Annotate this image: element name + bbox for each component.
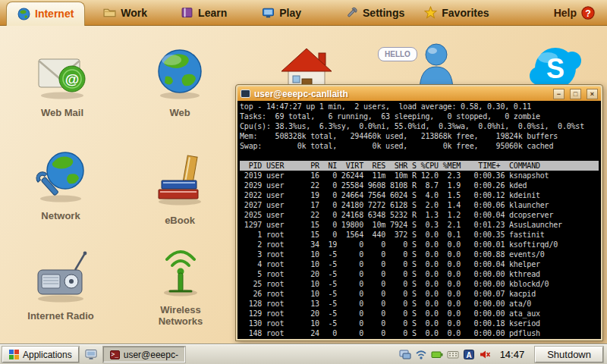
desktop-icon-network[interactable]: Network <box>9 147 112 221</box>
process-row: 2027 user 17 0 24180 7272 6128 S 2.0 1.4… <box>240 200 599 210</box>
applications-button[interactable]: Applications <box>2 347 79 362</box>
tab-label: Learn <box>198 7 227 19</box>
close-button[interactable]: × <box>587 89 598 99</box>
help-label: Help <box>554 7 577 19</box>
desktop: @ Web Mail Web <box>0 26 607 344</box>
task-label: user@eeepc- <box>124 350 178 360</box>
icon-label: Web Mail <box>41 107 83 118</box>
webmail-icon: @ <box>33 44 91 102</box>
process-row: 1 root 15 0 1564 440 372 S 0.0 0.1 0:00.… <box>240 230 599 240</box>
shutdown-label: Shutdown <box>547 349 591 360</box>
skype-letter: S <box>546 53 565 84</box>
wireless-networks-icon <box>152 243 209 299</box>
applications-menu-icon <box>9 350 19 359</box>
globe-icon <box>17 8 30 20</box>
process-table-header: PID USER PR NI VIRT RES SHR S %CPU %MEM … <box>240 161 599 171</box>
tab-label: Work <box>121 7 147 19</box>
desktop-icon-web[interactable]: Web <box>137 44 223 118</box>
internet-radio-icon <box>31 247 90 305</box>
system-tray: A <box>399 349 491 360</box>
minimize-button[interactable]: − <box>553 89 565 99</box>
top-summary-line: Swap: 0k total, 0k used, 0k free, 95060k… <box>240 141 599 151</box>
tab-bar: Internet Work Learn Play <box>0 0 607 26</box>
tab-settings[interactable]: Settings <box>338 0 412 26</box>
at-glyph: @ <box>65 71 80 87</box>
process-row: 2029 user 22 0 25584 9608 8108 R 8.7 1.9… <box>240 180 599 190</box>
process-row: 3 root 10 -5 0 0 0 S 0.0 0.0 0:00.88 eve… <box>240 249 599 259</box>
display-icon[interactable] <box>399 349 411 360</box>
terminal-window: user@eeepc-canllaith − □ × top - 14:47:2… <box>235 84 603 341</box>
process-row: 128 root 13 -5 0 0 0 S 0.0 0.0 0:00.00 a… <box>240 299 599 309</box>
top-summary-line: Cpu(s): 38.3%us, 6.3%sy, 0.0%ni, 55.0%id… <box>240 121 599 131</box>
process-row: 1297 user 15 0 19800 10m 7924 S 0.3 2.1 … <box>240 220 599 230</box>
top-summary-line: Mem: 508328k total, 294460k used, 213868… <box>240 131 599 141</box>
process-row: 129 root 20 -5 0 0 0 S 0.0 0.0 0:00.00 a… <box>240 309 599 318</box>
tab-learn[interactable]: Learn <box>173 0 234 26</box>
keyboard-icon[interactable] <box>447 349 459 360</box>
media-icon <box>262 6 275 19</box>
folder-icon <box>103 6 116 19</box>
icon-label: Network <box>41 210 80 221</box>
applications-label: Applications <box>23 350 72 360</box>
shutdown-button[interactable]: Shutdown <box>535 347 603 362</box>
process-row: 25 root 10 -5 0 0 0 S 0.0 0.0 0:00.00 kb… <box>240 279 599 289</box>
process-row: 130 root 10 -5 0 0 0 S 0.0 0.0 0:00.18 k… <box>240 318 599 328</box>
tab-label: Favorites <box>442 7 489 19</box>
question-icon: ? <box>581 6 595 20</box>
hello-text: HELLO <box>385 50 410 58</box>
tab-work[interactable]: Work <box>96 0 155 26</box>
blank-line <box>240 151 599 161</box>
input-method-icon[interactable]: A <box>463 349 475 360</box>
tab-internet[interactable]: Internet <box>6 2 85 26</box>
tab-label: Play <box>279 7 301 19</box>
show-desktop-button[interactable] <box>83 347 99 362</box>
hello-speech-bubble: HELLO <box>378 47 417 61</box>
window-title: user@eeepc-canllaith <box>254 89 548 99</box>
icon-label: Web <box>169 107 190 118</box>
process-row: 2019 user 16 0 26244 11m 10m R 12.0 2.3 … <box>240 171 599 180</box>
tab-label: Settings <box>363 7 404 19</box>
network-icon <box>32 147 90 205</box>
desktop-icon-ebook[interactable]: eBook <box>137 152 223 226</box>
terminal-output[interactable]: top - 14:47:27 up 1 min, 2 users, load a… <box>237 101 601 339</box>
desktop-icon-internet-radio[interactable]: Internet Radio <box>6 247 115 322</box>
show-desktop-icon <box>85 349 97 360</box>
top-summary-line: top - 14:47:27 up 1 min, 2 users, load a… <box>240 102 599 111</box>
taskbar-task-terminal[interactable]: >_ user@eeepc- <box>103 347 185 362</box>
process-row: 4 root 10 -5 0 0 0 S 0.0 0.0 0:00.04 khe… <box>240 259 599 269</box>
taskbar: Applications >_ user@eeepc- <box>0 344 607 364</box>
terminal-titlebar[interactable]: user@eeepc-canllaith − □ × <box>237 86 601 101</box>
desktop-icon-web-mail[interactable]: @ Web Mail <box>17 44 108 118</box>
icon-label: Internet Radio <box>27 310 93 322</box>
wrench-icon <box>345 6 358 19</box>
tab-label: Internet <box>35 8 74 20</box>
battery-icon[interactable] <box>431 349 443 360</box>
process-row: 2 root 34 19 0 0 0 S 0.0 0.0 0:00.01 kso… <box>240 240 599 249</box>
help-button[interactable]: Help ? <box>546 0 602 26</box>
process-row: 26 root 10 -5 0 0 0 S 0.0 0.0 0:00.07 ka… <box>240 289 599 299</box>
process-row: 148 root 24 0 0 0 0 S 0.0 0.0 0:00.00 pd… <box>240 328 599 338</box>
svg-text:?: ? <box>585 8 591 18</box>
process-row: 2022 user 19 0 24664 7564 6024 S 4.0 1.5… <box>240 190 599 200</box>
eee-pc-easy-mode-desktop: Internet Work Learn Play <box>0 0 607 364</box>
desktop-icon-wireless-networks[interactable]: Wireless Networks <box>132 243 229 327</box>
icon-label: Wireless Networks <box>149 304 212 327</box>
tab-play[interactable]: Play <box>254 0 309 26</box>
star-icon <box>424 6 437 19</box>
top-summary-line: Tasks: 69 total, 6 running, 63 sleeping,… <box>240 111 599 121</box>
web-globe-icon <box>151 44 209 102</box>
maximize-button[interactable]: □ <box>570 89 581 99</box>
process-row: 2025 user 22 0 24168 6348 5232 R 1.3 1.2… <box>240 210 599 220</box>
tab-favorites[interactable]: Favorites <box>417 0 496 26</box>
ebook-icon <box>151 152 209 209</box>
process-row: 5 root 20 -5 0 0 0 S 0.0 0.0 0:00.00 kth… <box>240 269 599 279</box>
muted-speaker-icon[interactable] <box>479 349 491 360</box>
icon-label: eBook <box>165 215 195 226</box>
wifi-icon[interactable] <box>415 349 427 360</box>
input-letter: A <box>466 351 471 359</box>
book-icon <box>181 6 193 19</box>
terminal-icon <box>241 89 250 98</box>
terminal-task-icon: >_ <box>110 350 120 359</box>
clock: 14:47 <box>500 349 525 360</box>
